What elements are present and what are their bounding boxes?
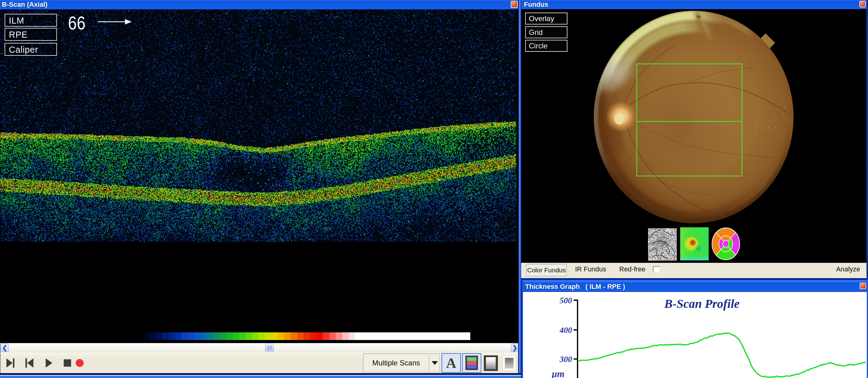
svg-text:B-Scan Profile: B-Scan Profile xyxy=(664,297,740,311)
svg-text:500: 500 xyxy=(560,296,572,305)
svg-text:300: 300 xyxy=(559,355,572,364)
svg-text:400: 400 xyxy=(559,326,572,335)
svg-text:μm: μm xyxy=(551,369,564,378)
